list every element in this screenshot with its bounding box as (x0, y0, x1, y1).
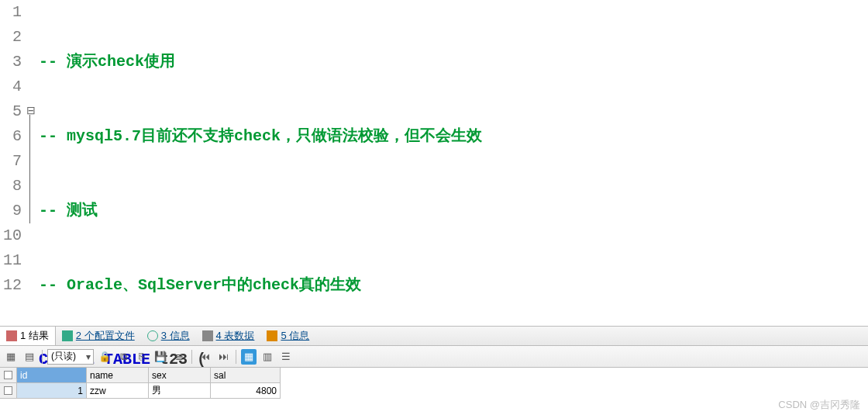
column-header-name[interactable]: name (87, 368, 149, 383)
cell-name[interactable]: zzw (87, 383, 149, 399)
column-header-sal[interactable]: sal (211, 368, 281, 383)
tab-profiles[interactable]: 2 个配置文件 (56, 327, 141, 345)
cell-id[interactable]: 1 (17, 383, 87, 399)
form-view-button[interactable]: ▥ (260, 349, 275, 365)
row-checkbox[interactable] (0, 383, 17, 399)
code-editor[interactable]: 123456 789101112 ⊟ -- 演示check使用 -- mysql… (0, 0, 868, 326)
save-button[interactable]: 💾 (153, 349, 168, 365)
last-button[interactable]: ⏭ (215, 349, 231, 365)
cell-sal[interactable]: 4800 (211, 383, 281, 399)
info-icon (147, 330, 158, 341)
export-button[interactable]: ⎘ (134, 349, 150, 365)
comment: -- mysql5.7目前还不支持check，只做语法校验，但不会生效 (39, 127, 482, 145)
copy-button[interactable]: ⧉ (115, 349, 131, 365)
tab-result[interactable]: 1 结果 (0, 327, 56, 345)
watermark: CSDN @吉冈秀隆 (778, 398, 860, 412)
filter-button[interactable]: ≣ (171, 349, 187, 365)
first-button[interactable]: ⏮ (197, 349, 212, 365)
info2-icon (267, 330, 277, 341)
cell-sex[interactable]: 男 (149, 383, 211, 399)
tab-tabledata[interactable]: 4 表数据 (196, 327, 261, 345)
lock-icon[interactable]: 🔒 (97, 349, 112, 365)
readonly-select[interactable]: (只读) (47, 349, 94, 365)
line-number-gutter: 123456 789101112 (0, 0, 26, 326)
comment: -- Oracle、SqlServer中的check真的生效 (39, 276, 361, 294)
delete-row-button[interactable]: ▤ (22, 349, 37, 365)
fold-gutter: ⊟ (26, 0, 39, 326)
add-row-button[interactable]: ▦ (3, 349, 19, 365)
comment: -- 演示check使用 (39, 53, 175, 71)
column-header-id[interactable]: id (17, 368, 87, 383)
code-area[interactable]: -- 演示check使用 -- mysql5.7目前还不支持check，只做语法… (39, 0, 868, 326)
comment: -- 测试 (39, 202, 98, 220)
profile-icon (62, 330, 73, 341)
fold-collapse-icon[interactable]: ⊟ (26, 104, 36, 116)
select-all-checkbox[interactable] (0, 368, 17, 383)
column-header-sex[interactable]: sex (149, 368, 211, 383)
table-icon (202, 330, 213, 341)
grid-icon (6, 330, 17, 341)
text-view-button[interactable]: ☰ (278, 349, 294, 365)
tab-info2[interactable]: 5 信息 (260, 327, 315, 345)
grid-view-button[interactable]: ▦ (241, 349, 257, 365)
tab-info1[interactable]: 3 信息 (141, 327, 196, 345)
